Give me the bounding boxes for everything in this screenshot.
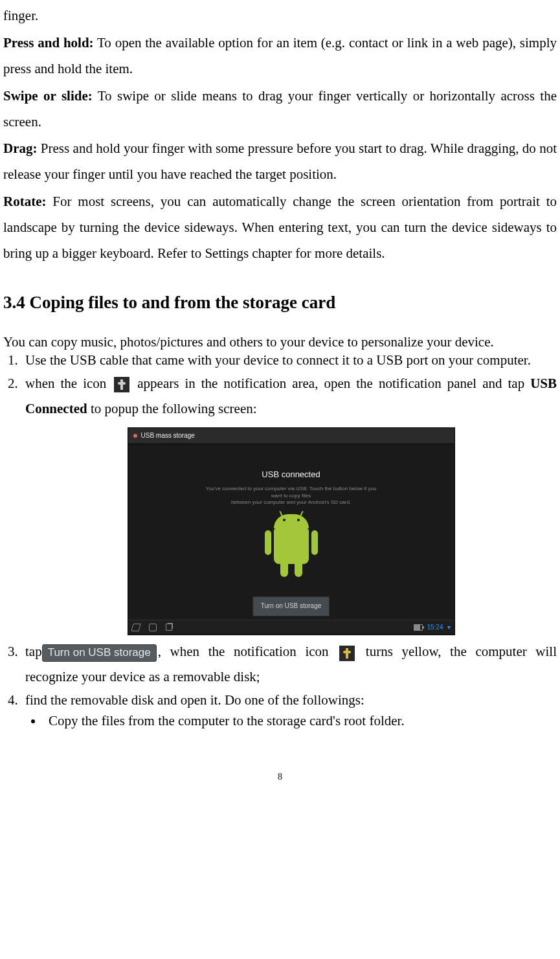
step2-text-a: when the icon [25,376,112,391]
usb-icon [114,377,129,392]
step3-text-b: , when the notification icon [158,644,337,659]
page-number: 8 [3,769,557,786]
para-rotate: Rotate: For most screens, you can automa… [3,189,557,267]
card-sub-1: You've connected to your computer via US… [206,486,377,499]
status-title: USB mass storage [141,430,195,442]
usb-icon-yellow [339,646,355,661]
usb-indicator-icon [133,434,137,438]
expand-icon: ▾ [447,622,451,634]
para-press-hold: Press and hold: To open the available op… [3,30,557,82]
step3-text-a: tap [25,644,42,659]
status-icons: 15:24 ▾ [414,622,450,634]
home-icon[interactable] [149,624,157,631]
recent-icon[interactable] [166,624,172,631]
clock: 15:24 [427,622,443,634]
label-swipe: Swipe or slide: [3,88,93,104]
step2-text-b: appears in the notification area, open t… [131,376,530,391]
label-press-hold: Press and hold: [3,35,94,51]
android-robot-icon [262,512,320,583]
step-3: tapTurn on USB storage, when the notific… [21,639,557,690]
para-drag: Drag: Press and hold your finger with so… [3,136,557,188]
turn-on-usb-button[interactable]: Turn on USB storage [42,644,157,662]
back-icon[interactable] [131,624,140,631]
label-rotate: Rotate: [3,194,46,209]
para-swipe: Swipe or slide: To swipe or slide means … [3,84,557,135]
card-title: USB connected [206,467,377,482]
text-drag: Press and hold your finger with some pre… [3,141,557,182]
label-drag: Drag: [3,141,37,156]
card-sub-2: between your computer and your Android's… [206,499,377,506]
step4-text: find the removable disk and open it. Do … [25,692,364,708]
usb-card: USB connected You've connected to your c… [206,467,377,506]
text-rotate: For most screens, you can automatically … [3,194,557,261]
para-intro2: You can copy music, photos/pictures and … [3,333,557,350]
android-screenshot: USB mass storage USB connected You've co… [128,427,455,635]
status-bar: USB mass storage [128,428,454,444]
battery-icon [414,624,423,631]
turn-on-usb-button-small[interactable]: Turn on USB storage [252,596,330,616]
screenshot-container: USB mass storage USB connected You've co… [25,427,557,635]
step-2: when the icon appears in the notificatio… [21,371,557,636]
section-heading: 3.4 Coping files to and from the storage… [3,286,557,319]
step2-text-c: to popup the following screen: [87,401,257,416]
step-4: find the removable disk and open it. Do … [21,692,557,730]
bullet-1: Copy the files from the computer to the … [43,712,557,729]
step-1: Use the USB cable that came with your de… [21,352,557,368]
intro-fragment: finger. [3,3,557,29]
nav-bar: 15:24 ▾ [128,620,454,635]
